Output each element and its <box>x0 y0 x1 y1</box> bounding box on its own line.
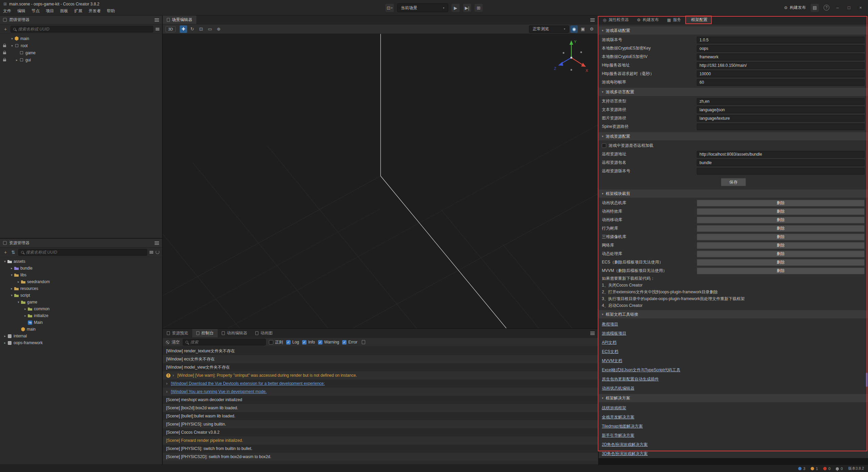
delete-module-button[interactable]: 删除 <box>697 234 865 240</box>
package-button[interactable]: ▤ <box>811 4 819 12</box>
property-input[interactable] <box>697 123 865 130</box>
rotate-tool-icon[interactable]: ↻ <box>189 25 196 33</box>
doc-link[interactable]: API文档 <box>602 340 616 345</box>
expand-caret-icon[interactable]: › <box>173 373 175 378</box>
asset-node-row[interactable]: main <box>0 326 162 333</box>
menu-item[interactable]: 扩展 <box>71 7 85 15</box>
section-header-resource[interactable]: ▾ 游戏资源配置 <box>599 132 868 140</box>
create-asset-button[interactable]: + <box>3 250 8 255</box>
expand-arrow-icon[interactable]: ▸ <box>23 314 27 317</box>
rect-tool-icon[interactable]: ▭ <box>206 25 214 33</box>
log-entry[interactable]: ! › [Scene] [PHYSICS2D]: switch from box… <box>163 453 598 461</box>
log-entry[interactable]: ! › [Scene] [bullet]:bullet wasm lib loa… <box>163 412 598 420</box>
remote-load-checkbox[interactable] <box>602 143 606 148</box>
filter-checkbox[interactable] <box>286 340 291 345</box>
console-tab[interactable]: 动画编辑器 <box>218 329 251 337</box>
console-search-input[interactable] <box>190 340 263 345</box>
expand-arrow-icon[interactable]: ▸ <box>15 58 19 62</box>
regex-checkbox[interactable] <box>269 340 273 345</box>
camera-view-icon[interactable]: ▣ <box>579 25 587 33</box>
light-toggle-icon[interactable]: ◉ <box>570 25 578 33</box>
menu-item[interactable]: 开发者 <box>85 7 104 15</box>
lock-icon[interactable] <box>3 59 6 61</box>
menu-item[interactable]: 编辑 <box>14 7 28 15</box>
hierarchy-node-row[interactable]: ▸ gui <box>0 56 162 63</box>
gear-icon[interactable]: ⚙ <box>588 25 595 33</box>
section-header-solutions[interactable]: ▾ 框架解决方案 <box>599 394 868 402</box>
property-input[interactable] <box>697 168 865 175</box>
tab-scene-editor[interactable]: 场景编辑器 <box>163 16 196 24</box>
expand-arrow-icon[interactable]: ▸ <box>3 334 7 338</box>
refresh-icon[interactable] <box>156 250 159 254</box>
import-asset-icon[interactable]: ⇅ <box>11 250 16 255</box>
notification-count[interactable]: 0 <box>836 467 843 471</box>
log-file-icon[interactable] <box>362 340 365 344</box>
delete-module-button[interactable]: 删除 <box>697 251 865 257</box>
property-input[interactable] <box>697 71 865 77</box>
menu-item[interactable]: 文件 <box>0 7 14 15</box>
property-input[interactable] <box>697 79 865 86</box>
menu-item[interactable]: 面板 <box>57 7 71 15</box>
doc-link[interactable]: ECS文档 <box>602 349 618 354</box>
section-header-basic[interactable]: ▾ 游戏基础配置 <box>599 26 868 35</box>
log-entry[interactable]: ! › [Scene] [PHYSICS]: using builtin. <box>163 420 598 428</box>
expand-arrow-icon[interactable]: ▾ <box>9 273 14 277</box>
expand-caret-icon[interactable]: › <box>166 389 169 394</box>
help-button[interactable]: ? <box>824 5 829 11</box>
delete-module-button[interactable]: 删除 <box>697 225 865 232</box>
solution-link[interactable]: Tiledmap地图解决方案 <box>602 424 643 429</box>
console-tab[interactable]: 控制台 <box>192 329 218 337</box>
log-entry[interactable]: ! › [Window] Download the Vue Devtools e… <box>163 379 598 388</box>
scene-viewport[interactable]: Y X Z <box>163 34 598 328</box>
section-header-docs[interactable]: ▾ 框架文档工具链接 <box>599 310 868 318</box>
save-button[interactable]: 保存 <box>721 178 746 186</box>
hierarchy-search-input[interactable] <box>18 27 151 32</box>
inspector-tab[interactable]: 服务 <box>663 16 685 24</box>
menu-item[interactable]: 项目 <box>43 7 57 15</box>
asset-node-row[interactable]: ▾ script <box>0 292 162 299</box>
log-entry[interactable]: ! › [Window] You are running Vue in deve… <box>163 388 598 396</box>
panel-menu-icon[interactable] <box>590 20 595 20</box>
console-logs[interactable]: ! › [Window] render_texture文件夹不存在 ! › [W… <box>163 347 598 465</box>
property-input[interactable] <box>697 106 865 113</box>
lock-icon[interactable] <box>3 45 6 47</box>
hierarchy-search[interactable] <box>11 26 153 33</box>
panel-menu-icon[interactable] <box>155 243 159 243</box>
asset-node-row[interactable]: ▸ resources <box>0 285 162 292</box>
property-input[interactable] <box>697 54 865 60</box>
expand-arrow-icon[interactable]: ▾ <box>3 260 7 263</box>
delete-module-button[interactable]: 删除 <box>697 259 865 266</box>
asset-node-row[interactable]: ▾ assets <box>0 258 162 265</box>
log-entry[interactable]: ! › [Scene] meshopt wasm decoder initial… <box>163 396 598 404</box>
asset-node-row[interactable]: ▸ oops-framework <box>0 339 162 346</box>
panel-menu-icon[interactable] <box>590 333 595 334</box>
inspector-tab[interactable]: 框架配置 <box>685 16 712 24</box>
view-mode-select[interactable]: 正常浏览 ▾ <box>529 25 569 33</box>
expand-arrow-icon[interactable]: ▾ <box>9 294 14 297</box>
asset-node-row[interactable]: ▸ seedrandom <box>0 278 162 285</box>
minimize-button[interactable]: – <box>834 5 841 10</box>
doc-link[interactable]: 原生包热更新配置自动生成插件 <box>602 377 659 381</box>
filter-checkbox[interactable] <box>302 340 307 345</box>
error-count[interactable]: 0 <box>823 467 830 471</box>
log-entry[interactable]: ! › [Window] model_view文件夹不存在 <box>163 363 598 371</box>
solution-link[interactable]: 新手引导解决方案 <box>602 433 634 438</box>
expand-arrow-icon[interactable]: ▸ <box>9 267 14 270</box>
move-tool-icon[interactable]: ✚ <box>180 25 187 33</box>
expand-arrow-icon[interactable]: ▸ <box>3 341 7 345</box>
info-count[interactable]: 3 <box>798 467 805 471</box>
axis-gizmo[interactable]: Y X Z <box>553 38 590 75</box>
log-entry[interactable]: ! › [Scene] [PHYSICS]: switch from built… <box>163 445 598 453</box>
solution-link[interactable]: 2D角色扮演游戏解决方案 <box>602 442 648 447</box>
expand-arrow-icon[interactable]: ▸ <box>23 307 27 311</box>
panel-menu-icon[interactable] <box>155 20 159 20</box>
assets-search-input[interactable] <box>26 250 144 255</box>
menu-item[interactable]: 帮助 <box>104 7 118 15</box>
property-input[interactable] <box>697 115 865 122</box>
asset-node-row[interactable]: ▸ common <box>0 306 162 312</box>
log-filter-toggle[interactable]: Warning <box>318 340 339 345</box>
warning-count[interactable]: 1 <box>811 467 818 471</box>
property-input[interactable] <box>697 98 865 105</box>
hierarchy-node-row[interactable]: game <box>0 49 162 56</box>
play-button[interactable]: ▶ <box>451 4 459 12</box>
